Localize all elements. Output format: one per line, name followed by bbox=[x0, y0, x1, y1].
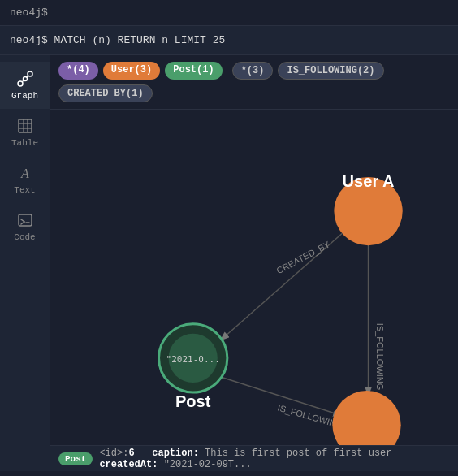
badge-star2-3[interactable]: *(3) bbox=[232, 62, 274, 80]
table-icon bbox=[16, 117, 34, 135]
query-bar: neo4j$ MATCH (n) RETURN n LIMIT 25 bbox=[0, 26, 458, 55]
sidebar-table-label: Table bbox=[11, 138, 38, 148]
badge-star-4[interactable]: *(4) bbox=[58, 62, 98, 80]
sidebar: Graph Table A Text bbox=[0, 55, 50, 471]
node-post-label: Post bbox=[175, 392, 211, 410]
sidebar-code-label: Code bbox=[14, 232, 35, 242]
svg-rect-5 bbox=[19, 119, 32, 132]
badge-created-by[interactable]: CREATED_BY(1) bbox=[58, 84, 153, 102]
edge-label-following-ab: IS_FOLLOWING bbox=[375, 323, 385, 391]
status-caption-value: This is first post of first user bbox=[205, 448, 391, 459]
text-icon: A bbox=[16, 164, 34, 182]
sidebar-item-code[interactable]: Code bbox=[0, 203, 50, 250]
sidebar-item-table[interactable]: Table bbox=[0, 109, 50, 156]
svg-line-13 bbox=[21, 222, 24, 224]
status-bar: Post <id>:6 caption: This is first post … bbox=[50, 445, 458, 471]
sidebar-graph-label: Graph bbox=[11, 91, 38, 101]
badge-post-1[interactable]: Post(1) bbox=[165, 62, 222, 80]
sidebar-text-label: Text bbox=[14, 185, 35, 195]
svg-line-4 bbox=[26, 76, 28, 78]
status-id-label: <id>:6 caption: This is first post of fi… bbox=[99, 448, 450, 470]
svg-line-3 bbox=[22, 80, 24, 83]
top-bar-title: neo4j$ bbox=[10, 6, 48, 19]
query-text: neo4j$ MATCH (n) RETURN n LIMIT 25 bbox=[10, 34, 225, 46]
status-created-key: createdAt: bbox=[99, 459, 158, 470]
filter-bar: *(4) User(3) Post(1) *(3) IS_FOLLOWING(2… bbox=[50, 55, 458, 110]
content-area: *(4) User(3) Post(1) *(3) IS_FOLLOWING(2… bbox=[50, 55, 458, 471]
status-created-value: "2021-02-09T... bbox=[164, 459, 252, 470]
badge-user-3[interactable]: User(3) bbox=[103, 62, 160, 80]
edge-label-created-by: CREATED_BY bbox=[274, 239, 331, 275]
sidebar-item-graph[interactable]: Graph bbox=[0, 62, 50, 109]
node-user-a-label: User A bbox=[343, 172, 395, 190]
graph-canvas: CREATED_BY IS_FOLLOWING IS_FOLLOWING "20… bbox=[50, 110, 458, 471]
top-bar: neo4j$ bbox=[0, 0, 458, 26]
node-post-label-inner: "2021-0... bbox=[166, 354, 219, 365]
status-badge: Post bbox=[58, 452, 93, 465]
status-caption-key: caption: bbox=[152, 448, 199, 459]
code-icon bbox=[16, 211, 34, 229]
status-id-key: <id>: bbox=[99, 448, 128, 459]
badge-is-following[interactable]: IS_FOLLOWING(2) bbox=[278, 62, 383, 80]
graph-icon bbox=[16, 70, 34, 88]
graph-svg: CREATED_BY IS_FOLLOWING IS_FOLLOWING "20… bbox=[50, 110, 458, 471]
svg-text:A: A bbox=[20, 167, 29, 180]
sidebar-item-text[interactable]: A Text bbox=[0, 156, 50, 203]
main-layout: Graph Table A Text bbox=[0, 55, 458, 471]
status-id-value: 6 bbox=[128, 448, 134, 459]
